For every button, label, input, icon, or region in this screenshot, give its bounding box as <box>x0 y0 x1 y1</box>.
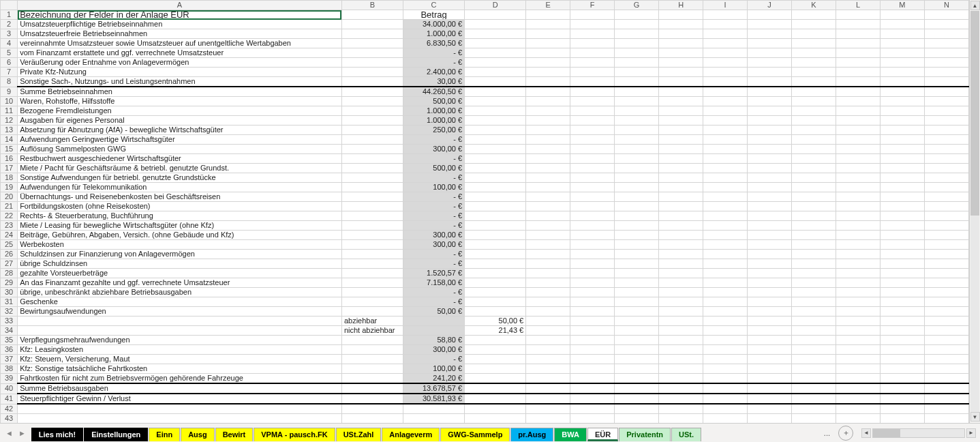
cell[interactable] <box>341 87 403 97</box>
table-row[interactable]: 25Werbekosten300,00 € <box>1 240 969 250</box>
cell[interactable] <box>615 48 659 58</box>
cell[interactable] <box>570 77 615 87</box>
cell[interactable] <box>836 211 881 221</box>
table-row[interactable]: 14Aufwendungen Geringwertige Wirtschafts… <box>1 135 969 145</box>
cell[interactable] <box>924 68 968 77</box>
cell[interactable] <box>880 345 924 355</box>
col-header[interactable]: C <box>403 1 465 10</box>
cell[interactable] <box>924 77 968 87</box>
cell[interactable]: Miete / Pacht für Geschäftsräume & betri… <box>18 164 342 173</box>
cell[interactable] <box>465 192 526 202</box>
cell[interactable] <box>836 97 881 106</box>
cell[interactable] <box>615 336 659 345</box>
cell[interactable] <box>341 58 403 68</box>
cell[interactable] <box>659 183 703 192</box>
cell[interactable] <box>880 221 924 231</box>
cell[interactable] <box>526 259 570 269</box>
cell[interactable] <box>792 116 836 126</box>
cell[interactable] <box>570 307 615 316</box>
cell[interactable] <box>341 116 403 126</box>
cell[interactable] <box>924 39 968 48</box>
cell[interactable] <box>570 231 615 240</box>
cell[interactable]: 30,00 € <box>403 77 465 87</box>
table-row[interactable]: 6Veräußerung oder Entnahme von Anlagever… <box>1 58 969 68</box>
table-row[interactable]: 19Aufwendungen für Telekommunikation100,… <box>1 183 969 192</box>
cell[interactable] <box>465 145 526 154</box>
cell[interactable] <box>703 145 748 154</box>
cell[interactable] <box>341 145 403 154</box>
cell[interactable] <box>924 106 968 116</box>
cell[interactable] <box>659 164 703 173</box>
cell[interactable] <box>792 269 836 278</box>
cell[interactable] <box>341 20 403 29</box>
cell[interactable] <box>659 48 703 58</box>
cell[interactable] <box>703 173 748 183</box>
cell[interactable]: Fahrtkosten für nicht zum Betriebsvermög… <box>18 374 342 384</box>
cell[interactable] <box>792 288 836 297</box>
cell[interactable] <box>703 413 748 423</box>
cell[interactable] <box>341 297 403 307</box>
cell[interactable] <box>748 39 792 48</box>
cell[interactable] <box>526 135 570 145</box>
sheet-tab[interactable]: Privatentn <box>619 428 671 441</box>
cell[interactable] <box>659 173 703 183</box>
cell[interactable] <box>880 288 924 297</box>
table-row[interactable]: 41Steuerpflichtiger Gewinn / Verlust30.5… <box>1 394 969 404</box>
cell[interactable] <box>836 145 881 154</box>
cell[interactable] <box>526 364 570 374</box>
cell[interactable] <box>880 68 924 77</box>
cell[interactable] <box>465 116 526 126</box>
cell[interactable] <box>748 231 792 240</box>
cell[interactable] <box>615 68 659 77</box>
cell[interactable] <box>615 355 659 364</box>
cell[interactable]: Waren, Rohstoffe, Hilfsstoffe <box>18 97 342 106</box>
row-header[interactable]: 7 <box>1 68 18 77</box>
cell[interactable]: 1.000,00 € <box>403 116 465 126</box>
cell[interactable] <box>792 106 836 116</box>
cell[interactable] <box>526 316 570 326</box>
cell[interactable] <box>924 192 968 202</box>
cell[interactable] <box>836 297 881 307</box>
cell[interactable]: Summe Betriebsausgaben <box>18 383 342 394</box>
cell[interactable] <box>924 10 968 20</box>
cell[interactable] <box>703 288 748 297</box>
cell[interactable]: Kfz: Sonstige tatsächliche Fahrtkosten <box>18 364 342 374</box>
cell[interactable]: 7.158,00 € <box>403 278 465 288</box>
cell[interactable] <box>341 202 403 211</box>
sheet-tab[interactable]: Einstellungen <box>84 428 148 441</box>
row-header[interactable]: 11 <box>1 106 18 116</box>
cell[interactable] <box>659 97 703 106</box>
row-header[interactable]: 21 <box>1 202 18 211</box>
cell[interactable] <box>570 383 615 394</box>
row-header[interactable]: 15 <box>1 145 18 154</box>
cell[interactable]: Bewirtungsaufwendungen <box>18 307 342 316</box>
cell[interactable] <box>570 221 615 231</box>
cell[interactable] <box>465 345 526 355</box>
cell[interactable]: - € <box>403 297 465 307</box>
cell[interactable] <box>836 48 881 58</box>
cell[interactable] <box>465 355 526 364</box>
row-header[interactable]: 37 <box>1 355 18 364</box>
row-header[interactable]: 10 <box>1 97 18 106</box>
cell[interactable] <box>792 164 836 173</box>
cell[interactable] <box>526 250 570 259</box>
table-row[interactable]: 26Schuldzinsen zur Finanzierung von Anla… <box>1 250 969 259</box>
cell[interactable] <box>880 374 924 384</box>
more-tabs[interactable]: ... <box>820 429 834 437</box>
cell[interactable] <box>403 316 465 326</box>
cell[interactable] <box>615 211 659 221</box>
sheet-tab[interactable]: EÜR <box>587 428 618 441</box>
cell[interactable] <box>703 394 748 404</box>
cell[interactable] <box>703 240 748 250</box>
row-header[interactable]: 16 <box>1 154 18 164</box>
cell[interactable] <box>792 259 836 269</box>
cell[interactable] <box>659 404 703 413</box>
cell[interactable] <box>659 116 703 126</box>
col-header[interactable]: K <box>792 1 836 10</box>
cell[interactable] <box>748 250 792 259</box>
cell[interactable] <box>526 173 570 183</box>
cell[interactable] <box>341 135 403 145</box>
cell[interactable]: - € <box>403 135 465 145</box>
cell[interactable] <box>615 383 659 394</box>
cell[interactable] <box>341 48 403 58</box>
